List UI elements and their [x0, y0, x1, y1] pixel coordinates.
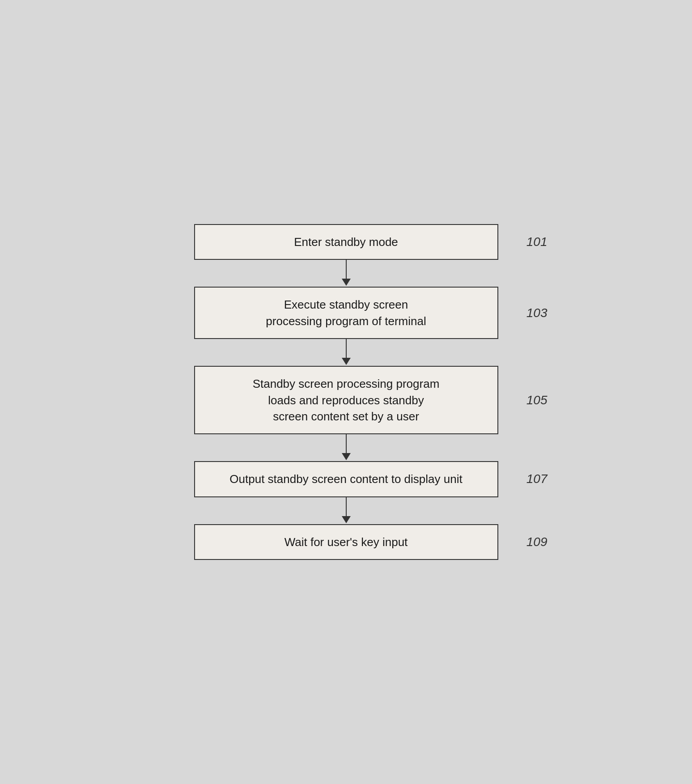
step-text-105: Standby screen processing program loads … [253, 376, 440, 424]
step-box-103: Execute standby screen processing progra… [194, 287, 498, 339]
step-label-101: 101 [526, 235, 548, 249]
arrow-line-2 [346, 339, 347, 359]
arrow-2 [145, 339, 548, 366]
step-text-107: Output standby screen content to display… [229, 471, 462, 487]
step-box-107: Output standby screen content to display… [194, 461, 498, 497]
step-row-107: Output standby screen content to display… [145, 461, 548, 497]
step-text-103: Execute standby screen processing progra… [266, 297, 426, 329]
step-label-107: 107 [526, 472, 548, 486]
arrow-3 [145, 434, 548, 461]
step-box-101: Enter standby mode [194, 224, 498, 260]
arrow-line-4 [346, 497, 347, 517]
step-label-103: 103 [526, 306, 548, 320]
step-row-101: Enter standby mode 101 [145, 224, 548, 260]
arrow-line-3 [346, 434, 347, 454]
arrow-head-4 [342, 516, 351, 523]
step-row-109: Wait for user's key input 109 [145, 524, 548, 560]
arrow-1 [145, 260, 548, 287]
step-text-109: Wait for user's key input [284, 534, 408, 550]
step-box-105: Standby screen processing program loads … [194, 366, 498, 434]
step-label-105: 105 [526, 393, 548, 407]
step-label-109: 109 [526, 535, 548, 549]
arrow-line-1 [346, 260, 347, 280]
flowchart-container: Enter standby mode 101 Execute standby s… [145, 224, 548, 560]
step-row-105: Standby screen processing program loads … [145, 366, 548, 434]
arrow-4 [145, 497, 548, 524]
arrow-head-2 [342, 358, 351, 365]
step-text-101: Enter standby mode [294, 234, 398, 250]
arrow-head-1 [342, 279, 351, 286]
step-box-109: Wait for user's key input [194, 524, 498, 560]
arrow-head-3 [342, 453, 351, 460]
step-row-103: Execute standby screen processing progra… [145, 287, 548, 339]
